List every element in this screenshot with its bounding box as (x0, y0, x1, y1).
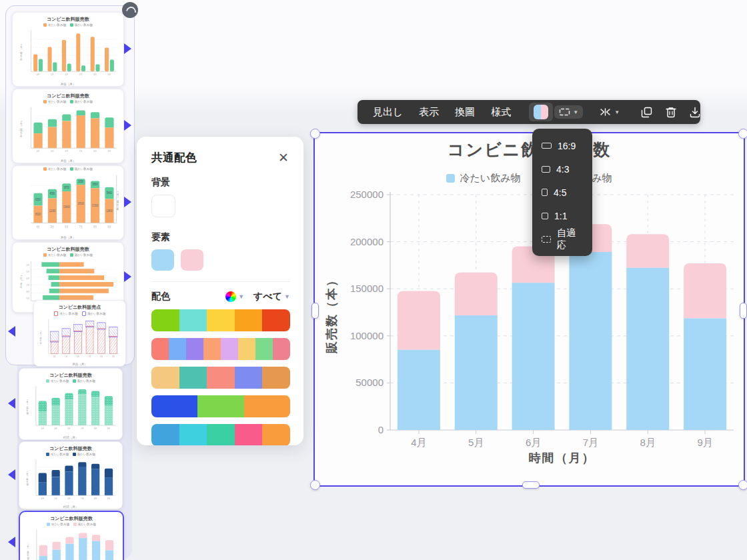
svg-text:7月: 7月 (79, 150, 82, 153)
thumbnail-expand-right-arrow-icon[interactable] (124, 271, 131, 282)
svg-text:5月: 5月 (51, 150, 54, 153)
thumbnail-x-label: 月份（月） (61, 159, 76, 163)
thumbnail-expand-right-arrow-icon[interactable] (124, 120, 131, 131)
resize-handle-top-left[interactable] (310, 129, 320, 139)
svg-text:200000: 200000 (350, 236, 384, 247)
resize-handle-bottom-right[interactable] (738, 480, 747, 490)
aspect-option-4:5[interactable]: 4:5 (532, 181, 592, 204)
svg-text:45500: 45500 (49, 193, 55, 196)
svg-text:5月: 5月 (55, 427, 57, 431)
aspect-option-4:3[interactable]: 4:3 (532, 157, 592, 181)
thumbnail-expand-left-arrow-icon[interactable] (8, 398, 15, 409)
thumbnail-title: コンビニ飲料販売数 (47, 16, 89, 22)
svg-text:4月: 4月 (41, 497, 44, 499)
svg-text:5月: 5月 (65, 355, 68, 358)
chart-thumbnail-3[interactable]: 冷たい飲み物温かい飲み物 85200625004月121800455005月15… (12, 165, 124, 240)
thumbnail-title: コンビニ飲料販売数 (50, 515, 93, 521)
thumbnail-expand-left-arrow-icon[interactable] (8, 326, 15, 337)
palette-row-3[interactable] (151, 367, 290, 389)
svg-text:29500: 29500 (78, 181, 83, 184)
svg-text:5月: 5月 (26, 271, 29, 274)
palette-row-5[interactable] (151, 424, 290, 445)
download-button[interactable] (684, 106, 706, 119)
background-swatch[interactable] (151, 195, 175, 217)
chevron-down-icon: ▼ (238, 293, 244, 300)
aspect-option-16:9[interactable]: 16:9 (532, 134, 592, 157)
aspect-option-1:1[interactable]: 1:1 (532, 204, 592, 227)
thumbnail-x-label: 月份（月） (72, 363, 87, 366)
resize-handle-bottom-left[interactable] (310, 480, 320, 490)
svg-text:118600: 118600 (106, 209, 112, 213)
thumbnail-expand-left-arrow-icon[interactable] (8, 469, 15, 480)
thumbnail-expand-right-arrow-icon[interactable] (124, 43, 131, 54)
menu-style[interactable]: 様式 (484, 106, 518, 119)
background-label: 背景 (151, 177, 290, 189)
resize-handle-right[interactable] (740, 303, 747, 319)
copy-button[interactable] (635, 106, 658, 119)
color-swatch-icon (534, 105, 548, 119)
svg-text:7月: 7月 (81, 497, 83, 499)
aspect-option-label: 4:5 (554, 187, 566, 198)
chart-thumbnail-7[interactable]: コンビニ飲料販売数 冷たい飲み物温かい飲み物 4月5月6月7月8月9月販売数（本… (19, 441, 123, 509)
chart-thumbnail-1[interactable]: コンビニ飲料販売数 冷たい飲み物温かい飲み物 4月5月6月7月8月9月販売数（本… (12, 12, 124, 87)
svg-text:35800: 35800 (92, 183, 97, 187)
chart-thumbnail-6[interactable]: コンビニ飲料販売数 冷たい飲み物温かい飲み物 4月5月6月7月8月9月販売数（本… (19, 368, 123, 440)
thumbnail-plot: 4月5月6月7月8月9月販売数（本） (23, 383, 118, 436)
thumbnail-plot: 4月5月6月7月8月9月販売数（本） (23, 456, 118, 505)
svg-text:6月: 6月 (67, 497, 70, 499)
resize-handle-top-right[interactable] (738, 129, 747, 139)
chart-thumbnail-8[interactable]: コンビニ飲料販売数 冷たい飲み物温かい飲み物 4月5月6月7月8月9月販売数（本… (19, 511, 124, 560)
svg-text:販売数（本）: 販売数（本） (39, 329, 42, 343)
svg-text:62500: 62500 (35, 198, 41, 201)
svg-text:172300: 172300 (91, 204, 97, 207)
svg-text:販売数（本）: 販売数（本） (19, 119, 22, 137)
menu-swap-chart[interactable]: 換圖 (448, 106, 482, 119)
chevron-down-icon: ▼ (573, 109, 578, 115)
delete-button[interactable] (660, 106, 682, 119)
thumbnail-plot: 85200625004月121800455005月156400387006月18… (17, 171, 119, 236)
align-center-button[interactable]: ▼ (594, 105, 624, 119)
svg-text:100000: 100000 (350, 330, 384, 341)
common-color-panel: 共通配色 ✕ 背景 要素 配色 ▼ すべて▼ (137, 137, 303, 445)
svg-text:6月: 6月 (65, 225, 68, 229)
aspect-option-label: 1:1 (554, 211, 567, 221)
svg-text:9月: 9月 (107, 150, 111, 153)
svg-text:9月: 9月 (107, 497, 110, 499)
main-chart[interactable]: コンビニ飲料販売数 冷たい飲み物温かい飲み物 05000010000015000… (313, 132, 745, 487)
menu-heading[interactable]: 見出し (365, 106, 410, 119)
svg-text:7月: 7月 (81, 427, 83, 431)
svg-text:5月: 5月 (51, 225, 54, 229)
element-swatch-pink[interactable] (181, 249, 203, 271)
y-axis-title: 販売数（本） (323, 247, 339, 380)
color-wheel-icon[interactable] (225, 291, 236, 302)
chart-thumbnail-5[interactable]: コンビニ飲料販売点 冷たい飲み物温かい飲み物 4月5月6月7月8月9月販売数（本… (33, 300, 126, 367)
align-center-icon (598, 107, 612, 117)
palette-row-1[interactable] (151, 309, 290, 331)
filter-all-dropdown[interactable]: すべて (253, 291, 282, 303)
chart-thumbnail-2[interactable]: コンビニ飲料販売数 冷たい飲み物温かい飲み物 4月5月6月7月8月9月販売数（本… (12, 89, 124, 163)
palette-row-4[interactable] (151, 395, 290, 417)
palette-row-2[interactable] (151, 338, 290, 360)
thumbnail-expand-right-arrow-icon[interactable] (124, 197, 131, 207)
download-icon (689, 106, 701, 119)
svg-text:6月: 6月 (65, 150, 68, 153)
svg-text:50000: 50000 (355, 377, 384, 388)
color-scheme-button[interactable] (529, 103, 553, 121)
element-swatch-blue[interactable] (151, 249, 174, 271)
close-icon[interactable]: ✕ (277, 150, 290, 165)
svg-text:8月: 8月 (94, 427, 97, 431)
aspect-ratio-button[interactable]: ▼ (554, 105, 583, 119)
menu-display[interactable]: 表示 (412, 106, 446, 119)
svg-text:販売数（本）: 販売数（本） (27, 542, 29, 560)
svg-text:7月: 7月 (79, 225, 82, 229)
svg-text:189100: 189100 (77, 203, 83, 206)
svg-text:8月: 8月 (26, 291, 29, 294)
aspect-option-自適応[interactable]: 自適応 (532, 227, 592, 251)
collapse-corner-icon[interactable] (122, 2, 138, 18)
resize-handle-bottom[interactable] (522, 481, 540, 489)
resize-handle-left[interactable] (311, 303, 319, 319)
thumbnail-expand-left-arrow-icon[interactable] (8, 537, 15, 547)
svg-text:8月: 8月 (93, 73, 97, 77)
thumbnail-x-label: 月份（月） (61, 236, 76, 239)
svg-text:9月: 9月 (107, 427, 110, 431)
